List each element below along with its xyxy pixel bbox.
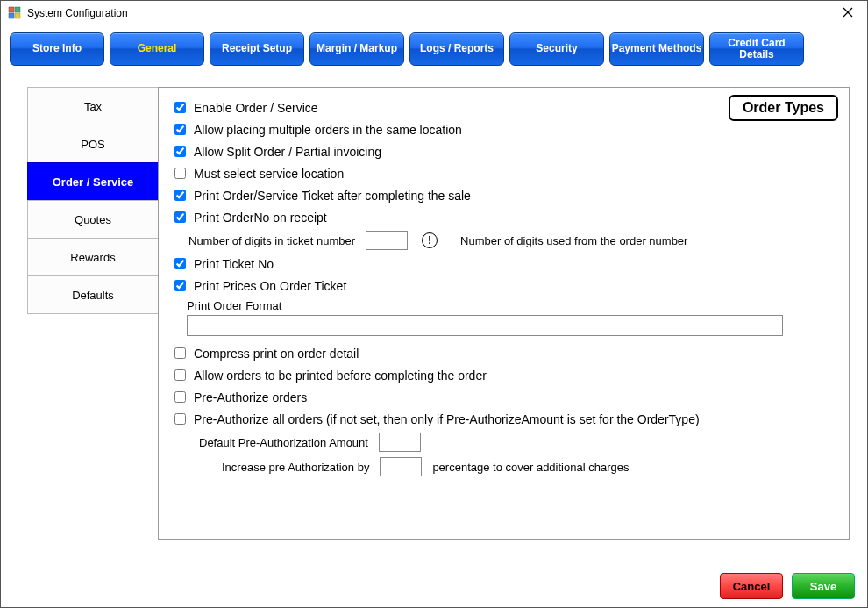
print-prices-on-ticket-label: Print Prices On Order Ticket <box>194 279 346 293</box>
print-prices-on-ticket-checkbox[interactable] <box>174 280 186 291</box>
tab-quotes[interactable]: Quotes <box>27 200 159 239</box>
compress-print-checkbox[interactable] <box>174 347 186 359</box>
allow-print-before-complete-label: Allow orders to be printed before comple… <box>194 368 487 383</box>
compress-print-label: Compress print on order detail <box>194 347 359 361</box>
increase-preauth-label: Increase pre Authorization by <box>222 461 369 474</box>
tab-order-service[interactable]: Order / Service <box>27 162 159 201</box>
tab-tax[interactable]: Tax <box>27 87 159 125</box>
nav-general[interactable]: General <box>110 32 204 66</box>
print-order-format-label: Print Order Format <box>187 299 281 312</box>
enable-order-service-checkbox[interactable] <box>174 102 186 113</box>
svg-rect-0 <box>9 7 14 12</box>
nav-receipt-setup[interactable]: Receipt Setup <box>210 32 304 66</box>
info-icon: ! <box>422 232 438 248</box>
increase-preauth-suffix: percentage to cover additional charges <box>432 461 629 474</box>
preauth-orders-label: Pre-Authorize orders <box>194 390 307 404</box>
window-title: System Configuration <box>27 7 128 19</box>
print-ticket-after-sale-label: Print Order/Service Ticket after complet… <box>194 189 471 203</box>
allow-split-order-label: Allow Split Order / Partial invoicing <box>194 145 381 159</box>
preauth-all-orders-checkbox[interactable] <box>174 413 186 425</box>
cancel-button[interactable]: Cancel <box>720 573 783 599</box>
close-button[interactable] <box>830 1 865 24</box>
preauth-orders-checkbox[interactable] <box>174 391 186 403</box>
ticket-digits-input[interactable] <box>366 231 408 250</box>
tab-pos[interactable]: POS <box>27 125 159 163</box>
content-area: Tax POS Order / Service Quotes Rewards D… <box>1 75 867 565</box>
ticket-digits-help: Number of digits used from the order num… <box>460 234 687 247</box>
must-select-location-label: Must select service location <box>194 167 344 181</box>
default-preauth-input[interactable] <box>379 433 421 452</box>
side-tabs: Tax POS Order / Service Quotes Rewards D… <box>27 87 159 565</box>
order-service-panel: Order Types Enable Order / Service Allow… <box>158 87 850 540</box>
nav-credit-card-details[interactable]: Credit Card Details <box>709 32 804 66</box>
titlebar: System Configuration <box>1 1 867 25</box>
footer: Cancel Save <box>1 565 867 607</box>
print-ticket-no-checkbox[interactable] <box>174 258 186 269</box>
preauth-all-orders-label: Pre-Authorize all orders (if not set, th… <box>194 412 700 426</box>
allow-multiple-orders-label: Allow placing multiple orders in the sam… <box>194 123 462 137</box>
save-button[interactable]: Save <box>792 573 855 599</box>
allow-multiple-orders-checkbox[interactable] <box>174 124 186 135</box>
print-ticket-after-sale-checkbox[interactable] <box>174 190 186 201</box>
must-select-location-checkbox[interactable] <box>174 168 186 179</box>
nav-logs-reports[interactable]: Logs / Reports <box>409 32 504 66</box>
nav-margin-markup[interactable]: Margin / Markup <box>309 32 404 66</box>
system-configuration-window: System Configuration Store Info General … <box>0 0 868 608</box>
default-preauth-label: Default Pre-Authorization Amount <box>199 436 368 449</box>
print-orderno-receipt-checkbox[interactable] <box>174 211 186 223</box>
ticket-digits-label: Number of digits in ticket number <box>189 234 355 247</box>
svg-rect-2 <box>9 13 14 18</box>
print-orderno-receipt-label: Print OrderNo on receipt <box>194 211 327 225</box>
enable-order-service-label: Enable Order / Service <box>194 101 318 115</box>
allow-split-order-checkbox[interactable] <box>174 146 186 157</box>
increase-preauth-input[interactable] <box>380 457 422 476</box>
svg-rect-1 <box>15 7 20 12</box>
nav-security[interactable]: Security <box>509 32 604 66</box>
print-order-format-input[interactable] <box>187 315 783 336</box>
nav-payment-methods[interactable]: Payment Methods <box>609 32 704 66</box>
svg-rect-3 <box>15 13 20 18</box>
nav-store-info[interactable]: Store Info <box>10 32 104 66</box>
panel-title: Order Types <box>729 95 838 121</box>
tab-defaults[interactable]: Defaults <box>27 275 159 314</box>
allow-print-before-complete-checkbox[interactable] <box>174 369 186 381</box>
tab-rewards[interactable]: Rewards <box>27 238 159 276</box>
print-ticket-no-label: Print Ticket No <box>194 257 274 271</box>
close-icon <box>843 7 853 18</box>
app-icon <box>8 6 22 20</box>
top-nav: Store Info General Receipt Setup Margin … <box>1 25 867 75</box>
